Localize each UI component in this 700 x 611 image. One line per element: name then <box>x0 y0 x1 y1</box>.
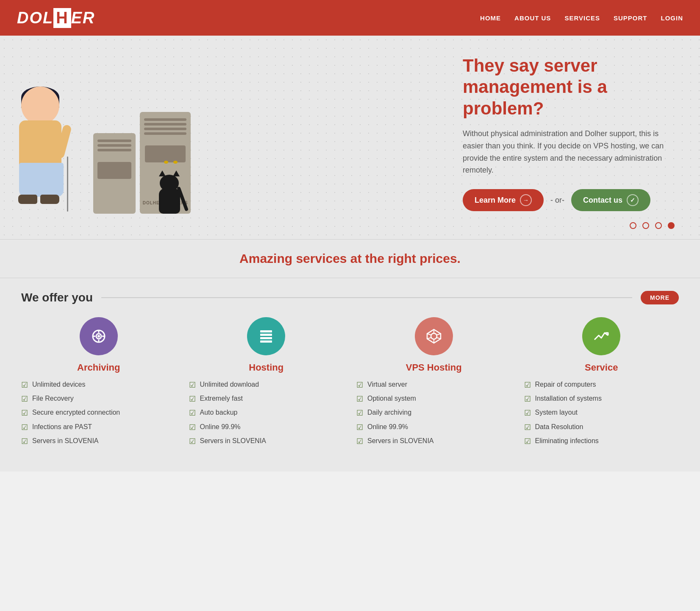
char-pants <box>19 163 64 197</box>
site-header: DOLHER HOME ABOUT US SERVICES SUPPORT LO… <box>0 0 700 36</box>
check-icon: ☑ <box>356 422 363 433</box>
card-vps: VPS Hosting ☑Virtual server ☑Optional sy… <box>356 317 511 450</box>
or-separator: - or- <box>550 196 564 205</box>
char-shoe-left <box>18 195 37 204</box>
check-icon: ☑ <box>524 422 531 433</box>
check-icon: ☑ <box>356 394 363 405</box>
svg-rect-9 <box>260 337 272 339</box>
cat-figure <box>157 171 182 214</box>
check-icon: ☑ <box>356 408 363 418</box>
hosting-list: ☑Unlimited download ☑Extremely fast ☑Aut… <box>189 380 344 450</box>
cat-eyes <box>164 161 178 164</box>
list-item: ☑Online 99.9% <box>356 422 511 433</box>
hosting-title: Hosting <box>189 362 344 373</box>
nav-about[interactable]: ABOUT US <box>514 14 551 22</box>
offers-title: We offer you <box>21 291 93 304</box>
card-service: Service ☑Repair of computers ☑Installati… <box>524 317 679 450</box>
svg-line-16 <box>436 338 441 339</box>
check-icon: ☑ <box>189 422 196 433</box>
archiving-title: Archiving <box>21 362 176 373</box>
list-item: ☑File Recovery <box>21 394 176 405</box>
list-item: ☑Data Resolution <box>524 422 679 433</box>
svg-point-6 <box>97 335 100 338</box>
svg-line-18 <box>427 338 431 339</box>
check-icon: ☑ <box>524 408 531 418</box>
list-item: ☑Infections are PAST <box>21 422 176 433</box>
dot-1[interactable] <box>630 222 636 229</box>
cat-eye-right <box>173 161 178 164</box>
check-icon: ☑ <box>356 436 363 447</box>
hero-description: Without physical administration and Dolh… <box>463 128 675 176</box>
hero-section: DOLHER SERVERS They say server managemen… <box>0 36 700 239</box>
hero-dots <box>630 222 675 229</box>
vps-list: ☑Virtual server ☑Optional system ☑Daily … <box>356 380 511 450</box>
server-lines-large <box>140 112 191 143</box>
list-item: ☑Auto backup <box>189 408 344 418</box>
check-icon: ☑ <box>524 436 531 447</box>
char-head <box>21 86 59 125</box>
list-item: ☑Secure encrypted connection <box>21 408 176 418</box>
offers-divider <box>101 297 632 298</box>
list-item: ☑Virtual server <box>356 380 511 391</box>
check-icon: ☑ <box>21 436 28 447</box>
list-item: ☑Repair of computers <box>524 380 679 391</box>
check-icon: ☑ <box>21 408 28 418</box>
vps-title: VPS Hosting <box>356 362 511 373</box>
learn-more-button[interactable]: Learn More → <box>463 189 544 211</box>
server-lines-small <box>93 133 136 160</box>
list-item: ☑Unlimited devices <box>21 380 176 391</box>
more-button[interactable]: MORE <box>641 291 679 304</box>
list-item: ☑System layout <box>524 408 679 418</box>
server-tower-small <box>93 133 136 214</box>
list-item: ☑Online 99.9% <box>189 422 344 433</box>
hosting-icon <box>247 317 285 355</box>
list-item: ☑Installation of systems <box>524 394 679 405</box>
dot-2[interactable] <box>642 222 649 229</box>
service-list: ☑Repair of computers ☑Installation of sy… <box>524 380 679 450</box>
check-icon: ☑ <box>21 422 28 433</box>
nav-support[interactable]: SUPPORT <box>614 14 647 22</box>
contact-icon: ✓ <box>627 194 639 206</box>
dot-3[interactable] <box>655 222 662 229</box>
dot-4[interactable] <box>668 222 675 229</box>
hero-title: They say server management is a problem? <box>463 55 675 119</box>
arrow-icon: → <box>520 194 532 206</box>
main-nav: HOME ABOUT US SERVICES SUPPORT LOGIN <box>480 14 683 22</box>
service-icon <box>582 317 620 355</box>
tagline-text: Amazing services at the right prices. <box>8 251 692 266</box>
card-archiving: Archiving ☑Unlimited devices ☑File Recov… <box>21 317 176 450</box>
list-item: ☑Extremely fast <box>189 394 344 405</box>
list-item: ☑Servers in SLOVENIA <box>189 436 344 447</box>
svg-rect-10 <box>260 340 272 343</box>
archiving-list: ☑Unlimited devices ☑File Recovery ☑Secur… <box>21 380 176 450</box>
svg-line-15 <box>427 334 431 335</box>
offers-section: We offer you MORE Archi <box>0 278 700 472</box>
cat-eye-left <box>164 161 168 164</box>
check-icon: ☑ <box>189 408 196 418</box>
hero-illustration: DOLHER SERVERS <box>17 53 237 214</box>
vps-icon <box>415 317 453 355</box>
cat-body <box>159 188 180 214</box>
check-icon: ☑ <box>189 380 196 391</box>
check-icon: ☑ <box>189 436 196 447</box>
service-cards: Archiving ☑Unlimited devices ☑File Recov… <box>21 317 679 450</box>
char-shoe-right <box>40 195 59 204</box>
check-icon: ☑ <box>524 380 531 391</box>
list-item: ☑Daily archiving <box>356 408 511 418</box>
nav-login[interactable]: LOGIN <box>661 14 683 22</box>
offers-header: We offer you MORE <box>21 291 679 304</box>
contact-us-button[interactable]: Contact us ✓ <box>571 189 650 211</box>
card-hosting: Hosting ☑Unlimited download ☑Extremely f… <box>189 317 344 450</box>
nav-services[interactable]: SERVICES <box>564 14 600 22</box>
site-logo: DOLHER <box>17 8 95 28</box>
list-item: ☑Unlimited download <box>189 380 344 391</box>
list-item: ☑Optional system <box>356 394 511 405</box>
list-item: ☑Servers in SLOVENIA <box>21 436 176 447</box>
service-title: Service <box>524 362 679 373</box>
hero-text: They say server management is a problem?… <box>437 55 675 211</box>
check-icon: ☑ <box>21 380 28 391</box>
hero-buttons: Learn More → - or- Contact us ✓ <box>463 189 675 211</box>
svg-point-12 <box>431 333 437 339</box>
nav-home[interactable]: HOME <box>480 14 501 22</box>
check-icon: ☑ <box>356 380 363 391</box>
